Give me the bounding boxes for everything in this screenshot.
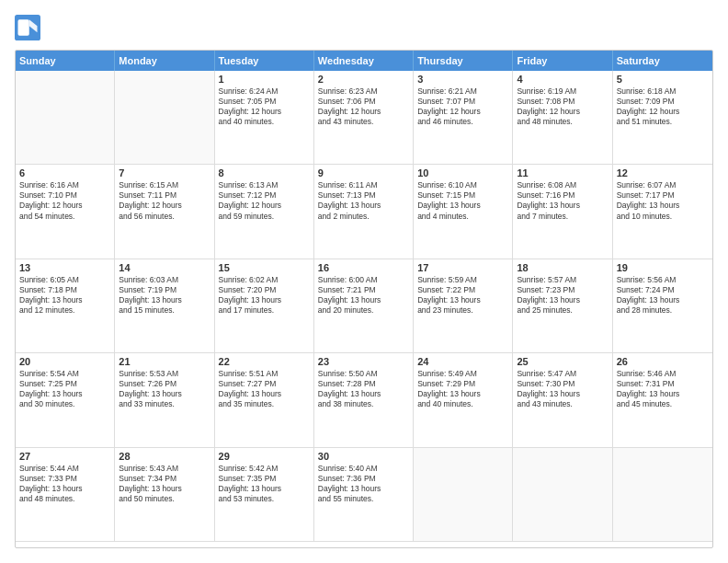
- cell-line: Daylight: 12 hours: [219, 201, 310, 211]
- day-number: 8: [219, 167, 310, 178]
- day-number: 22: [219, 356, 310, 367]
- cell-line: and 48 minutes.: [19, 494, 110, 504]
- cell-line: and 2 minutes.: [318, 212, 409, 222]
- cell-line: Daylight: 13 hours: [219, 389, 310, 399]
- cell-line: Daylight: 12 hours: [119, 201, 210, 211]
- day-number: 15: [219, 262, 310, 273]
- cal-cell: 17Sunrise: 5:59 AMSunset: 7:22 PMDayligh…: [414, 259, 513, 353]
- cell-line: Sunset: 7:26 PM: [119, 379, 210, 389]
- cell-line: Daylight: 12 hours: [417, 107, 508, 117]
- cell-line: Daylight: 13 hours: [318, 201, 409, 211]
- cell-line: Sunrise: 5:50 AM: [318, 369, 409, 379]
- cell-line: Daylight: 13 hours: [19, 484, 110, 494]
- cal-cell: 23Sunrise: 5:50 AMSunset: 7:28 PMDayligh…: [314, 353, 414, 447]
- day-number: 23: [318, 356, 409, 367]
- cell-line: and 17 minutes.: [219, 305, 310, 316]
- cell-line: Sunrise: 6:23 AM: [318, 86, 409, 97]
- cell-line: Sunrise: 5:57 AM: [517, 275, 608, 285]
- cell-line: Daylight: 13 hours: [219, 295, 310, 305]
- cell-line: Sunrise: 5:44 AM: [19, 464, 110, 474]
- cal-cell: [513, 448, 612, 542]
- cell-line: Daylight: 13 hours: [219, 484, 310, 494]
- cal-cell: 2Sunrise: 6:23 AMSunset: 7:06 PMDaylight…: [314, 71, 414, 165]
- cell-line: and 38 minutes.: [318, 399, 409, 409]
- cell-line: Sunrise: 6:15 AM: [119, 180, 210, 190]
- cal-cell: 7Sunrise: 6:15 AMSunset: 7:11 PMDaylight…: [115, 165, 214, 259]
- cell-line: Sunset: 7:24 PM: [617, 285, 709, 295]
- cell-line: Sunset: 7:10 PM: [19, 190, 110, 201]
- day-number: 2: [318, 74, 409, 85]
- cal-cell: 21Sunrise: 5:53 AMSunset: 7:26 PMDayligh…: [115, 353, 214, 447]
- cal-cell: 14Sunrise: 6:03 AMSunset: 7:19 PMDayligh…: [115, 259, 214, 353]
- page: SundayMondayTuesdayWednesdayThursdayFrid…: [0, 0, 728, 563]
- day-number: 25: [517, 356, 608, 367]
- cell-line: Daylight: 13 hours: [517, 295, 608, 305]
- cell-line: Sunset: 7:29 PM: [417, 379, 508, 389]
- weekday-header-tuesday: Tuesday: [215, 51, 314, 71]
- cell-line: Daylight: 12 hours: [219, 107, 310, 117]
- cell-line: and 51 minutes.: [617, 117, 709, 127]
- cell-line: Sunset: 7:23 PM: [517, 285, 608, 295]
- day-number: 17: [417, 262, 508, 273]
- day-number: 13: [19, 262, 110, 273]
- cal-cell: 19Sunrise: 5:56 AMSunset: 7:24 PMDayligh…: [613, 259, 712, 353]
- weekday-header-monday: Monday: [115, 51, 214, 71]
- day-number: 28: [119, 451, 210, 462]
- cell-line: Sunrise: 5:43 AM: [119, 464, 210, 474]
- cell-line: Sunset: 7:30 PM: [517, 379, 608, 389]
- day-number: 14: [119, 262, 210, 273]
- cell-line: and 30 minutes.: [19, 399, 110, 409]
- day-number: 10: [417, 167, 508, 178]
- cell-line: Sunset: 7:19 PM: [119, 285, 210, 295]
- cell-line: and 40 minutes.: [417, 399, 508, 409]
- weekday-header-friday: Friday: [513, 51, 612, 71]
- cell-line: Sunrise: 5:47 AM: [517, 369, 608, 379]
- cell-line: and 25 minutes.: [517, 305, 608, 316]
- cal-cell: 27Sunrise: 5:44 AMSunset: 7:33 PMDayligh…: [16, 448, 115, 542]
- cal-cell: [613, 448, 712, 542]
- cell-line: Sunset: 7:22 PM: [417, 285, 508, 295]
- cell-line: Sunrise: 6:00 AM: [318, 275, 409, 285]
- cell-line: Sunset: 7:34 PM: [119, 474, 210, 484]
- cell-line: Daylight: 13 hours: [19, 389, 110, 399]
- cell-line: Daylight: 12 hours: [318, 107, 409, 117]
- cell-line: Sunset: 7:27 PM: [219, 379, 310, 389]
- cell-line: and 55 minutes.: [318, 494, 409, 504]
- cell-line: Daylight: 13 hours: [318, 295, 409, 305]
- day-number: 3: [417, 74, 508, 85]
- cell-line: Sunset: 7:13 PM: [318, 190, 409, 201]
- day-number: 16: [318, 262, 409, 273]
- cell-line: Sunset: 7:28 PM: [318, 379, 409, 389]
- day-number: 29: [219, 451, 310, 462]
- day-number: 27: [19, 451, 110, 462]
- svg-rect-2: [18, 19, 29, 36]
- cell-line: and 10 minutes.: [617, 212, 709, 222]
- cell-line: Sunset: 7:35 PM: [219, 474, 310, 484]
- cell-line: Daylight: 13 hours: [19, 295, 110, 305]
- weekday-header-saturday: Saturday: [613, 51, 712, 71]
- cell-line: Sunset: 7:09 PM: [617, 97, 709, 107]
- day-number: 7: [119, 167, 210, 178]
- cell-line: Sunrise: 6:02 AM: [219, 275, 310, 285]
- calendar-body: 1Sunrise: 6:24 AMSunset: 7:05 PMDaylight…: [16, 71, 712, 542]
- cal-cell: 10Sunrise: 6:10 AMSunset: 7:15 PMDayligh…: [414, 165, 513, 259]
- cell-line: Sunrise: 6:07 AM: [617, 180, 709, 190]
- cell-line: Sunset: 7:11 PM: [119, 190, 210, 201]
- cell-line: Daylight: 12 hours: [517, 107, 608, 117]
- cal-cell: 22Sunrise: 5:51 AMSunset: 7:27 PMDayligh…: [215, 353, 314, 447]
- cell-line: and 40 minutes.: [219, 117, 310, 127]
- cell-line: and 48 minutes.: [517, 117, 608, 127]
- cell-line: Sunrise: 5:53 AM: [119, 369, 210, 379]
- cell-line: Daylight: 13 hours: [417, 389, 508, 399]
- cell-line: Daylight: 12 hours: [19, 201, 110, 211]
- cal-cell: 11Sunrise: 6:08 AMSunset: 7:16 PMDayligh…: [513, 165, 612, 259]
- cell-line: Daylight: 13 hours: [119, 389, 210, 399]
- cal-cell: 3Sunrise: 6:21 AMSunset: 7:07 PMDaylight…: [414, 71, 513, 165]
- cell-line: Sunrise: 6:18 AM: [617, 86, 709, 97]
- cell-line: Sunset: 7:20 PM: [219, 285, 310, 295]
- cell-line: Sunrise: 5:51 AM: [219, 369, 310, 379]
- cell-line: Sunrise: 6:08 AM: [517, 180, 608, 190]
- day-number: 6: [19, 167, 110, 178]
- cal-cell: 6Sunrise: 6:16 AMSunset: 7:10 PMDaylight…: [16, 165, 115, 259]
- cal-cell: 26Sunrise: 5:46 AMSunset: 7:31 PMDayligh…: [613, 353, 712, 447]
